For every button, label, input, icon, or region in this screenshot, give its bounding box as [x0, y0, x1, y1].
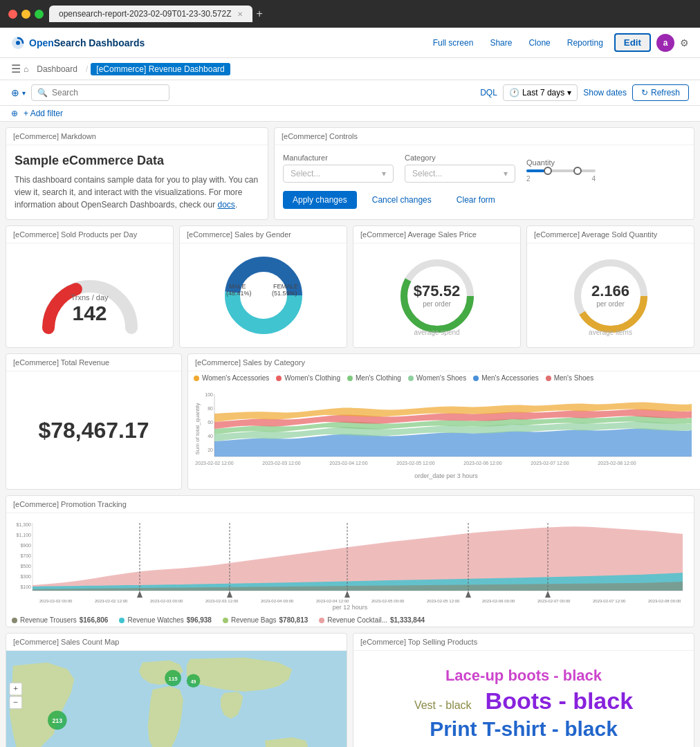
- markdown-heading: Sample eCommerce Data: [15, 154, 259, 168]
- svg-text:2023-02-02 12:00: 2023-02-02 12:00: [95, 599, 128, 603]
- share-button[interactable]: Share: [484, 35, 517, 50]
- active-tab[interactable]: opensearch-report-2023-02-09T01-23-30.57…: [49, 6, 252, 22]
- refresh-label: Refresh: [651, 88, 680, 98]
- filter-bar: ⊕ + Add filter: [0, 106, 700, 122]
- add-filter-button[interactable]: + Add filter: [24, 109, 63, 118]
- header-nav: Full screen Share Clone Reporting Edit a…: [427, 33, 689, 52]
- toolbar-left: ⊕ ▾ 🔍: [11, 84, 169, 101]
- refresh-button[interactable]: ↻ Refresh: [632, 84, 689, 101]
- filter-toggle-arrow[interactable]: ▾: [22, 89, 26, 97]
- clear-form-button[interactable]: Clear form: [447, 191, 505, 209]
- row-1: [eCommerce] Markdown Sample eCommerce Da…: [6, 127, 694, 220]
- gauge-label-value: Trxns / day 142: [71, 293, 109, 325]
- tab-close-icon[interactable]: ✕: [237, 10, 243, 18]
- wordcloud-item-2: Vest - black: [414, 699, 472, 712]
- close-button[interactable]: [8, 10, 17, 19]
- map-area: + − 213 115 49 65 Map data © OpenStreetM…: [6, 651, 347, 747]
- category-select[interactable]: Select... ▾: [405, 165, 515, 183]
- search-icon: 🔍: [37, 88, 48, 98]
- svg-text:(48.41%): (48.41%): [226, 290, 252, 297]
- apply-changes-button[interactable]: Apply changes: [283, 191, 357, 209]
- manufacturer-select[interactable]: Select... ▾: [283, 165, 394, 183]
- legend-dot-womens-clothing: [276, 376, 282, 381]
- opensearch-logo-icon: [11, 36, 25, 50]
- avatar[interactable]: a: [656, 34, 674, 52]
- svg-text:$900: $900: [20, 543, 31, 548]
- legend-dot-bags: [223, 618, 228, 623]
- slider-thumb-left[interactable]: [544, 167, 552, 175]
- row-5: [eCommerce] Sales Count Map: [6, 633, 694, 747]
- svg-text:20: 20: [208, 448, 213, 452]
- svg-text:2023-02-07 12:00: 2023-02-07 12:00: [531, 461, 569, 465]
- svg-text:2023-02-02 00:00: 2023-02-02 00:00: [39, 599, 73, 603]
- map-svg: + − 213 115 49 65 Map data © OpenStreetM…: [6, 651, 347, 747]
- legend-dot-watches: [119, 618, 125, 623]
- edit-button[interactable]: Edit: [614, 33, 651, 52]
- show-dates-button[interactable]: Show dates: [583, 88, 627, 98]
- fullscreen-button[interactable]: Full screen: [427, 35, 479, 50]
- slider-labels: 2 4: [526, 175, 596, 183]
- sales-category-chart: Sum of total_quantity 100 80 60 40 20: [188, 385, 700, 482]
- legend-trousers: Revenue Trousers $166,806: [12, 616, 108, 624]
- app-header: OpenSearch Dashboards Full screen Share …: [0, 28, 700, 58]
- quantity-group: Quantity 2 4: [526, 158, 596, 183]
- time-range-label: Last 7 days: [522, 88, 564, 98]
- avg-qty-value: 2.166: [591, 282, 629, 300]
- svg-text:2023-02-03 12:00: 2023-02-03 12:00: [205, 599, 239, 603]
- wordcloud: Lace-up boots - black Vest - black Boots…: [353, 651, 694, 747]
- minimize-button[interactable]: [21, 10, 30, 19]
- svg-text:100: 100: [205, 392, 213, 397]
- search-area[interactable]: 🔍: [31, 84, 169, 101]
- legend-mens-shoes: Men's Shoes: [546, 374, 594, 382]
- promotion-chart: $1,300 $1,100 $900 $700 $500 $300 $100: [12, 516, 690, 599]
- controls-panel-title: [eCommerce] Controls: [275, 128, 694, 145]
- search-input[interactable]: [52, 88, 149, 98]
- manufacturer-placeholder: Select...: [291, 169, 320, 178]
- toolbar: ⊕ ▾ 🔍 DQL 🕐 Last 7 days ▾ Show dates ↻ R…: [0, 80, 700, 106]
- wordcloud-item-1: Lace-up boots - black: [445, 667, 602, 685]
- controls-panel: [eCommerce] Controls Manufacturer Select…: [274, 127, 694, 220]
- avg-price-value-area: $75.52 per order: [414, 282, 460, 308]
- row-3: [eCommerce] Total Revenue $78,467.17 [eC…: [6, 353, 694, 490]
- svg-text:2023-02-07 00:00: 2023-02-07 00:00: [537, 599, 571, 603]
- gauge-sublabel: Trxns / day: [71, 293, 109, 302]
- dashboard: [eCommerce] Markdown Sample eCommerce Da…: [0, 122, 700, 747]
- svg-text:2023-02-06 00:00: 2023-02-06 00:00: [482, 599, 515, 603]
- maximize-button[interactable]: [35, 10, 44, 19]
- breadcrumb-dashboard[interactable]: Dashboard: [31, 63, 83, 75]
- gauge-value: 142: [71, 302, 109, 325]
- settings-icon[interactable]: ⚙: [680, 37, 689, 48]
- dql-button[interactable]: DQL: [480, 88, 497, 98]
- new-tab-button[interactable]: +: [257, 8, 263, 20]
- docs-link[interactable]: docs: [218, 200, 235, 210]
- total-revenue-title: [eCommerce] Total Revenue: [6, 354, 181, 371]
- sales-gender-title: [eCommerce] Sales by Gender: [180, 226, 347, 243]
- markdown-body: This dashboard contains sample data for …: [15, 174, 259, 211]
- manufacturer-label: Manufacturer: [283, 154, 394, 162]
- filter-toggle-icon[interactable]: ⊕: [11, 87, 19, 98]
- browser-chrome: opensearch-report-2023-02-09T01-23-30.57…: [0, 0, 700, 28]
- svg-text:(51.59%): (51.59%): [272, 290, 297, 297]
- filter-icon[interactable]: ⊕: [11, 109, 18, 118]
- svg-text:2023-02-08 00:00: 2023-02-08 00:00: [648, 599, 681, 603]
- breadcrumb: ☰ ⌂ Dashboard / [eCommerce] Revenue Dash…: [0, 58, 700, 80]
- category-label: Category: [405, 154, 515, 162]
- svg-marker-41: [344, 591, 350, 598]
- traffic-lights: [8, 10, 44, 19]
- stacked-area-chart: Sum of total_quantity 100 80 60 40 20: [194, 387, 699, 470]
- sales-category-panel: [eCommerce] Sales by Category Women's Ac…: [187, 353, 700, 490]
- clone-button[interactable]: Clone: [523, 35, 555, 50]
- home-icon[interactable]: ⌂: [24, 64, 28, 74]
- cancel-changes-button[interactable]: Cancel changes: [362, 191, 441, 209]
- reporting-button[interactable]: Reporting: [562, 35, 609, 50]
- time-filter[interactable]: 🕐 Last 7 days ▾: [503, 84, 578, 101]
- sold-products-title: [eCommerce] Sold Products per Day: [6, 226, 173, 243]
- hamburger-menu-icon[interactable]: ☰: [11, 62, 21, 75]
- avg-qty-value-area: 2.166 per order: [591, 282, 629, 308]
- slider-thumb-right[interactable]: [573, 167, 582, 175]
- quantity-slider[interactable]: [526, 169, 596, 172]
- legend-dot-trousers: [12, 618, 17, 623]
- svg-text:2023-02-05 12:00: 2023-02-05 12:00: [427, 599, 460, 603]
- svg-text:213: 213: [52, 717, 62, 724]
- svg-point-1: [16, 41, 20, 45]
